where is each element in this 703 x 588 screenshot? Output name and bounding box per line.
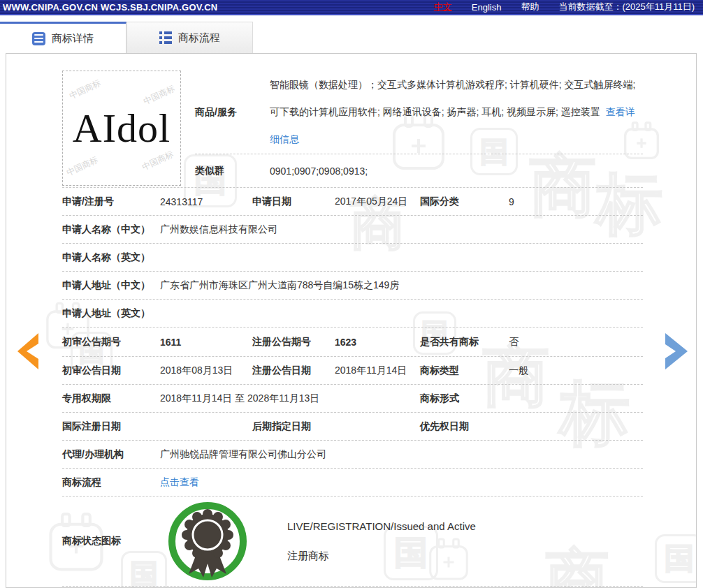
similar-group-label: 类似群: [195, 165, 270, 177]
status-live-text: LIVE/REGISTRATION/Issued and Active: [287, 520, 476, 532]
is-shared-trademark: 否: [509, 336, 643, 348]
similar-group-value: 0901;0907;0908;0913;: [270, 166, 368, 177]
applicant-address-cn: 广东省广州市海珠区广州大道南788号自编15栋之149房: [160, 279, 643, 292]
help-link[interactable]: 帮助: [521, 1, 539, 13]
similar-group-row: 类似群 0901;0907;0908;0913;: [195, 154, 643, 187]
click-to-view-link[interactable]: 点击查看: [160, 476, 643, 489]
row-trademark-status: 商标状态图标 LIVE/REGISTRATION/Iss: [62, 497, 643, 587]
data-cutoff-text: 当前数据截至：(2025年11月11日): [558, 1, 695, 13]
details-list-icon: [32, 32, 45, 45]
international-class: 9: [509, 196, 643, 207]
next-arrow-button[interactable]: [664, 333, 689, 369]
tab-trademark-process[interactable]: 商标流程: [126, 22, 253, 53]
registration-status-icon: [167, 499, 248, 584]
registration-gazette-date: 2018年11月14日: [335, 365, 420, 377]
tab-trademark-details[interactable]: 商标详情: [0, 22, 126, 53]
top-section: 中国商标 中国商标 中国商标 中国商标 AIdol 商品/服务 智能眼镜（数据处…: [6, 54, 696, 187]
status-label: 商标状态图标: [62, 535, 160, 547]
tab-details-label: 商标详情: [52, 32, 94, 45]
registration-number: 24313117: [160, 196, 252, 207]
first-gazette-date: 2018年08月13日: [160, 365, 252, 377]
registration-gazette-number: 1623: [335, 337, 420, 348]
previous-arrow-button[interactable]: [17, 333, 40, 369]
row-applicant-cn: 申请人名称（中文） 广州数娱信息科技有限公司: [62, 216, 643, 244]
site-header: WWW.CNIPA.GOV.CN WCJS.SBJ.CNIPA.GOV.CN 中…: [0, 0, 703, 15]
process-list-icon: [159, 31, 172, 44]
status-text: LIVE/REGISTRATION/Issued and Active 注册商标: [287, 520, 476, 563]
row-exclusive-period: 专用权期限 2018年11月14日 至 2028年11月13日 商标形式: [62, 385, 643, 413]
row-applicant-en: 申请人名称（英文）: [62, 244, 643, 272]
goods-services-value: 智能眼镜（数据处理）；交互式多媒体计算机游戏程序; 计算机硬件; 交互式触屏终端…: [270, 71, 643, 153]
goods-services-label: 商品/服务: [195, 106, 270, 119]
trademark-name: AIdol: [73, 105, 171, 152]
agency-name: 广州驰锐品牌管理有限公司佛山分公司: [160, 448, 643, 461]
row-gazette-dates: 初审公告日期 2018年08月13日 注册公告日期 2018年11月14日 商标…: [62, 357, 643, 385]
lang-english-link[interactable]: English: [472, 2, 502, 13]
trademark-detail-panel: 国 商 标 国 商 国 国 商 标 国 国 商 国: [6, 53, 697, 588]
detail-rows: 申请/注册号 24313117 申请日期 2017年05月24日 国际分类 9 …: [62, 187, 643, 587]
row-process: 商标流程 点击查看: [62, 469, 643, 497]
row-address-en: 申请人地址（英文）: [62, 300, 643, 328]
header-links: 中文 English 帮助 当前数据截至：(2025年11月11日): [434, 1, 695, 13]
applicant-name-cn: 广州数娱信息科技有限公司: [160, 223, 643, 236]
tab-bar: 商标详情 商标流程: [0, 22, 703, 53]
row-registration-number: 申请/注册号 24313117 申请日期 2017年05月24日 国际分类 9: [62, 188, 643, 216]
application-date: 2017年05月24日: [335, 196, 420, 208]
tab-process-label: 商标流程: [178, 31, 220, 45]
exclusive-right-period: 2018年11月14日 至 2028年11月13日: [160, 392, 420, 405]
row-gazette-numbers: 初审公告期号 1611 注册公告期号 1623 是否共有商标 否: [62, 328, 643, 357]
site-url: WWW.CNIPA.GOV.CN WCJS.SBJ.CNIPA.GOV.CN: [3, 2, 217, 13]
row-address-cn: 申请人地址（中文） 广东省广州市海珠区广州大道南788号自编15栋之149房: [62, 272, 643, 300]
row-international-dates: 国际注册日期 后期指定日期 优先权日期: [62, 413, 643, 441]
lang-chinese-link[interactable]: 中文: [434, 1, 452, 13]
first-gazette-number: 1611: [160, 337, 252, 348]
trademark-type: 一般: [509, 365, 643, 377]
status-registered-text: 注册商标: [287, 550, 476, 563]
goods-services-row: 商品/服务 智能眼镜（数据处理）；交互式多媒体计算机游戏程序; 计算机硬件; 交…: [195, 71, 643, 154]
row-agency: 代理/办理机构 广州驰锐品牌管理有限公司佛山分公司: [62, 441, 643, 469]
trademark-image: 中国商标 中国商标 中国商标 中国商标 AIdol: [62, 71, 181, 186]
